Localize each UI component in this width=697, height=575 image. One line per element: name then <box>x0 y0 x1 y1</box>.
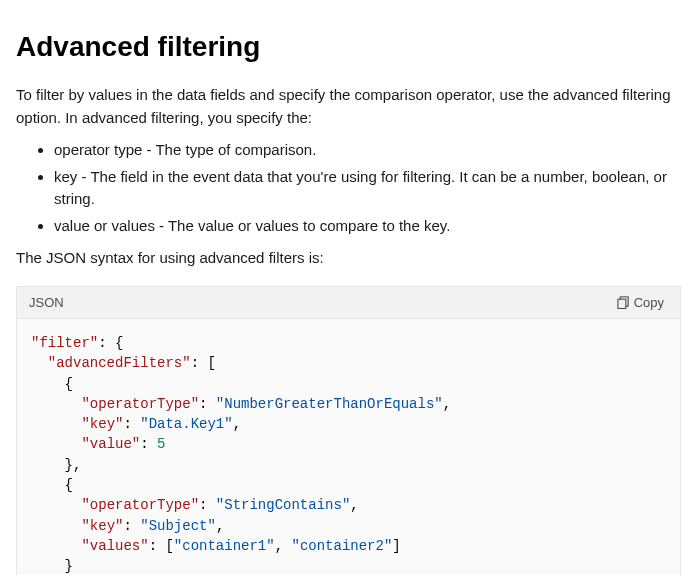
intro-paragraph: To filter by values in the data fields a… <box>16 84 681 129</box>
code-header: JSON Copy <box>17 287 680 320</box>
copy-label: Copy <box>634 295 664 310</box>
syntax-intro-paragraph: The JSON syntax for using advanced filte… <box>16 247 681 270</box>
copy-button[interactable]: Copy <box>613 293 668 312</box>
language-label: JSON <box>29 293 64 313</box>
list-item: value or values - The value or values to… <box>54 215 681 238</box>
page-title: Advanced filtering <box>16 26 681 68</box>
list-item: operator type - The type of comparison. <box>54 139 681 162</box>
parameter-list: operator type - The type of comparison. … <box>16 139 681 237</box>
code-content: "filter": { "advancedFilters": [ { "oper… <box>17 319 680 575</box>
copy-icon <box>617 296 630 309</box>
svg-rect-1 <box>618 299 626 308</box>
code-block: JSON Copy "filter": { "advancedFilters":… <box>16 286 681 576</box>
list-item: key - The field in the event data that y… <box>54 166 681 211</box>
